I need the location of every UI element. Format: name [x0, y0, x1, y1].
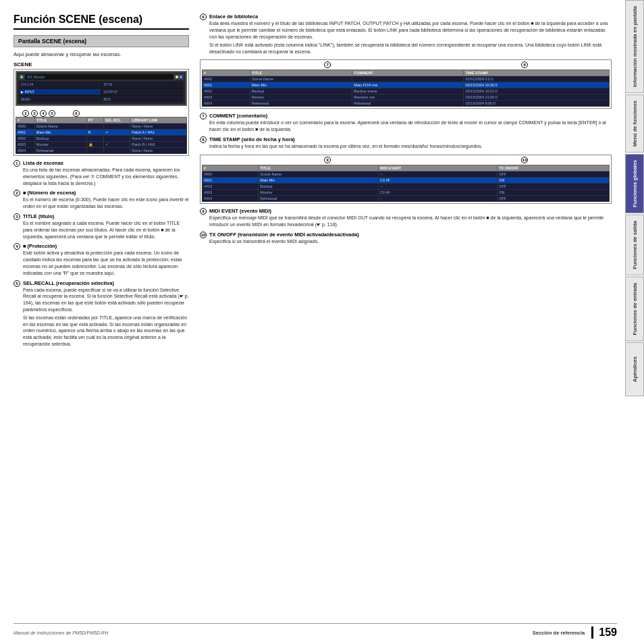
table-row: #002 Backup None / None [16, 136, 187, 142]
midi-row: #000 Scene Name -- OFF [203, 171, 610, 178]
table-row: #003 Monitor 🔒 ✓ Patch B / HA2 [16, 142, 187, 148]
midi-callout-nums: 9 10 [202, 157, 610, 165]
mth-num: # [203, 165, 259, 171]
sidebar-tab-input[interactable]: Funciones de entrada [625, 277, 644, 342]
item-6-text-2: Si el botón LINK está activado (esta col… [209, 42, 612, 55]
cell-recall [103, 124, 130, 130]
m-title: Main Mix [259, 178, 379, 184]
content-columns: Función SCENE (escena) Pantalla SCENE (e… [14, 14, 612, 637]
sidebar-tab-global[interactable]: Funciones globales [625, 154, 644, 213]
rth-title: TITLE [250, 70, 352, 76]
r-cell-num: #004 [203, 100, 250, 106]
r-cell-time: 01/01/2004 0:0:0 [464, 76, 610, 82]
sidebar-tab-global-label: Funciones globales [632, 160, 638, 207]
numbered-item-7: 7 COMMENT (comentario) En esta columna p… [200, 113, 612, 133]
r-cell-time: 03/15/2004 11:00:0 [464, 94, 610, 100]
numbered-item-1: 1 Lista de escenas Es una lista de las e… [14, 160, 189, 186]
circle-2b: 2 [14, 190, 20, 196]
cell-num: #003 [16, 142, 35, 148]
circle-9: 9 [324, 157, 331, 163]
indicator-dot-blue [180, 76, 182, 78]
m-title: Backup [259, 184, 379, 190]
screen-display: 001 Monitor [24, 74, 174, 80]
sidebar-tab-info-label: Información mostrada en pantalla [632, 6, 638, 87]
m-event: C0 3F [378, 178, 497, 184]
midi-row: #001 Main Mix C0 3F ON [203, 178, 610, 184]
indicator-dot-yellow [176, 76, 178, 78]
numbered-item-10: 10 TX ON/OFF (transmisión de evento MIDI… [200, 232, 612, 245]
cell-prot [86, 136, 103, 142]
sidebar-tab-info[interactable]: Información mostrada en pantalla [625, 0, 644, 93]
item-10-title: TX ON/OFF (transmisión de evento MIDI ac… [209, 232, 359, 238]
circle-8: 8 [521, 61, 528, 68]
r-cell-title: Scene Name [250, 76, 352, 82]
sidebar-tab-appendix-label: Apéndices [632, 356, 638, 382]
mth-title: TITLE [259, 165, 379, 171]
m-event: -- [378, 171, 497, 178]
cell-link: Patch A / HA1 [130, 130, 187, 136]
midi-screen-wrapper: 9 10 # TITLE MIDI EVENT TX ON/OFF [200, 155, 612, 204]
col-header-link: LIBRARY LINK [130, 117, 187, 124]
sidebar-tab-output[interactable]: Funciones de salida [625, 215, 644, 275]
r-cell-num: #000 [203, 76, 250, 82]
circle-6: 6 [73, 110, 80, 117]
sidebar-tab-menu[interactable]: Menú de funciones [625, 95, 644, 153]
cell-link: None / None [130, 124, 187, 130]
cell-num: #000 [16, 124, 35, 130]
callout-row: 2 3 4 5 6 [16, 109, 187, 117]
cell-title: Backup [34, 136, 86, 142]
item-7-title: COMMENT (comentario) [209, 113, 612, 119]
m-num: #003 [203, 190, 259, 196]
circle-8b: 8 [200, 136, 207, 143]
r-cell-title: Main Mix [250, 82, 352, 88]
item-9-content: MIDI EVENT (evento MIDI) Especifica un m… [209, 208, 612, 228]
cell-recall: ✓ [103, 142, 130, 148]
item-10-content: TX ON/OFF (transmisión de evento MIDI ac… [209, 232, 359, 245]
m-num: #000 [203, 171, 259, 178]
cell-prot [86, 124, 103, 130]
sidebar-tab-appendix[interactable]: Apéndices [625, 342, 644, 396]
cell-num: #001 [16, 130, 35, 136]
circle-4: 4 [40, 110, 47, 117]
grid-header-st: ST IN [102, 81, 184, 88]
r-cell-time: 03/15/2004 10:30:5 [464, 82, 610, 88]
right-callout-nums: 7 8 [202, 61, 610, 70]
item-3-content: TITLE (título) Es el nombre asignado a c… [23, 213, 189, 240]
cell-link: None / None [130, 136, 187, 142]
item-8-title: TIME STAMP (sello de fecha y hora) [209, 136, 483, 142]
m-title: Rehearsal [259, 196, 379, 202]
circle-10: 10 [521, 157, 528, 163]
item-1-content: Lista de escenas Es una lista de las esc… [23, 160, 189, 186]
rth-num: # [203, 70, 250, 76]
r-cell-time: 03/15/2004 10:31:0 [464, 88, 610, 94]
item-5-text: Para cada escena, puede especificar si s… [23, 287, 189, 313]
right-table-header: # TITLE COMMENT TIME STAMP [203, 70, 610, 76]
table-row: #000 Scene Name None / None [16, 124, 187, 130]
scene-list-table: # TITLE PT SEL.RCL LIBRARY LINK #000 Sce… [16, 117, 187, 154]
circle-7b: 7 [200, 113, 207, 119]
r-cell-num: #001 [203, 82, 250, 88]
page-container: Función SCENE (escena) Pantalla SCENE (e… [0, 0, 644, 644]
grid-cell-2: OUTPUT [102, 88, 184, 95]
m-tx: OFF [498, 171, 610, 178]
m-tx: OFF [498, 184, 610, 190]
right-scene-table: # TITLE COMMENT TIME STAMP #000 Scene Na… [202, 70, 610, 107]
midi-header-row: # TITLE MIDI EVENT TX ON/OFF [203, 165, 610, 171]
col-header-num: # [16, 117, 35, 124]
numbered-item-2: 2 ■ (Número de escena) Es el número de e… [14, 190, 189, 210]
numbered-item-3: 3 TITLE (título) Es el nombre asignado a… [14, 213, 189, 240]
item-1-title: Lista de escenas [23, 160, 189, 166]
cell-prot: R [86, 130, 103, 136]
r-cell-num: #003 [203, 94, 250, 100]
table-row: #002 Backup Backup scene 03/15/2004 10:3… [203, 88, 610, 94]
sidebar-tab-menu-label: Menú de funciones [632, 101, 638, 146]
table-row: #004 Rehearsal Rehearsal 03/16/2004 9:00… [203, 100, 610, 106]
cell-recall [103, 136, 130, 142]
cell-link: None / None [130, 148, 187, 154]
item-5-title: SEL.RECALL (recuperación selectiva) [23, 280, 189, 286]
m-event: -- [378, 184, 497, 190]
numbered-item-8: 8 TIME STAMP (sello de fecha y hora) Ind… [200, 136, 612, 150]
page-footer: Manual de instrucciones de PM5D/PM5D-RH … [14, 623, 617, 639]
item-4-text: Este botón activa y desactiva la protecc… [23, 250, 189, 276]
m-num: #002 [203, 184, 259, 190]
